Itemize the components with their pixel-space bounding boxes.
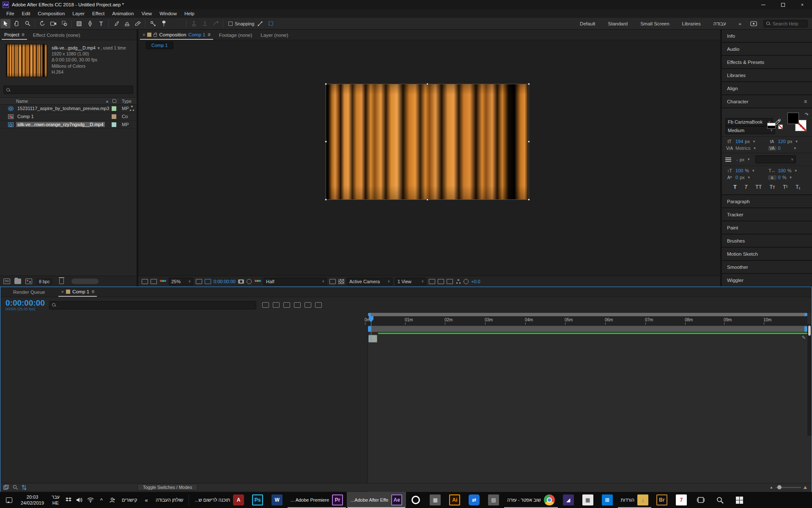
flowchart-icon[interactable] xyxy=(456,279,461,284)
font-size-value[interactable]: 194 xyxy=(735,139,743,144)
time-ruler[interactable]: 0m 01m 02m 03m 04m 05m 06m 07m 08m 09m 1… xyxy=(368,316,807,325)
workspace-overflow-chevrons[interactable]: » xyxy=(733,21,747,26)
project-footer-scrollbar[interactable] xyxy=(71,279,99,284)
taskbar-search[interactable] xyxy=(710,492,730,508)
tab-timeline-comp[interactable]: × Comp 1 ≡ xyxy=(57,287,99,297)
panel-menu-icon[interactable]: ≡ xyxy=(208,32,211,38)
workspace-default[interactable]: Default xyxy=(574,21,601,26)
panel-menu-icon[interactable]: ≡ xyxy=(804,99,807,105)
playhead[interactable] xyxy=(369,316,373,342)
hand-tool[interactable] xyxy=(11,19,22,28)
tsume-value[interactable]: 0 xyxy=(778,175,781,180)
panel-align[interactable]: Align xyxy=(722,82,812,94)
menu-animation[interactable]: Animation xyxy=(108,11,137,16)
camera-tool[interactable] xyxy=(48,19,58,28)
maximize-button[interactable] xyxy=(773,0,793,9)
taskbar-word[interactable]: W xyxy=(267,492,287,508)
tab-composition[interactable]: × Composition Comp 1 ≡ xyxy=(138,30,215,40)
tracking-value[interactable]: 0 xyxy=(778,146,781,151)
selection-handle[interactable] xyxy=(325,199,327,201)
composition-image[interactable] xyxy=(326,84,529,199)
taskbar-teamviewer[interactable]: ⇄ xyxy=(464,492,484,508)
toggle-switches-modes-button[interactable]: Toggle Switches / Modes xyxy=(137,484,198,491)
caret-icon[interactable]: ▼ xyxy=(793,146,797,150)
hide-shy-layers-icon[interactable] xyxy=(283,302,290,308)
taskbar-after-effects-window[interactable]: ...Adobe After Effe Ae xyxy=(347,492,406,508)
footage-name-caret[interactable]: ▼ xyxy=(97,46,101,50)
composition-stage[interactable] xyxy=(138,50,720,276)
label-chip[interactable] xyxy=(112,122,116,127)
pixel-aspect-icon[interactable] xyxy=(429,279,435,284)
show-snapshot-icon[interactable] xyxy=(247,279,252,284)
faux-italic-button[interactable]: T xyxy=(744,184,747,190)
footage-name[interactable]: silk-ve...gsdg__D.mp4 xyxy=(52,45,96,50)
leading-value[interactable]: 120 xyxy=(778,139,786,144)
menu-composition[interactable]: Composition xyxy=(34,11,69,16)
scrollbar-thumb[interactable] xyxy=(808,325,811,336)
project-item-video[interactable]: silk-ve...rown-orange_rzy7ngsdg__D.mp4 M… xyxy=(0,121,137,129)
stroke-style-dropdown[interactable]: ∨ xyxy=(755,155,796,163)
selection-handle[interactable] xyxy=(426,83,428,85)
menu-help[interactable]: Help xyxy=(181,11,198,16)
caret-icon[interactable]: ▼ xyxy=(752,169,755,173)
zoom-out-icon[interactable] xyxy=(770,486,773,489)
magnification-dropdown[interactable]: 25%∨ xyxy=(169,278,193,285)
region-of-interest-icon[interactable] xyxy=(205,279,211,284)
composition-mini-flowchart-icon[interactable] xyxy=(262,302,269,308)
taskbar-clock[interactable]: 20:03 24/02/2019 xyxy=(16,492,48,508)
current-time-display[interactable]: 0:00:00:00 00000 (25.00 fps) xyxy=(0,299,49,311)
footage-thumbnail[interactable] xyxy=(6,44,47,77)
help-search-field[interactable] xyxy=(763,20,808,28)
transfer-controls-icon[interactable] xyxy=(22,485,27,490)
navigator-end-handle[interactable] xyxy=(804,313,807,316)
menu-edit[interactable]: Edit xyxy=(18,11,34,16)
panel-info[interactable]: Info xyxy=(722,30,812,42)
close-button[interactable]: × xyxy=(793,0,812,9)
work-area-end-handle[interactable] xyxy=(804,326,807,332)
exposure-value[interactable]: +0.0 xyxy=(471,279,480,284)
motion-blur-icon[interactable] xyxy=(304,302,311,308)
taskbar-store[interactable]: ⊞ xyxy=(598,492,617,508)
exposure-reset-icon[interactable] xyxy=(464,279,469,284)
label-chip[interactable] xyxy=(112,106,116,111)
brush-tool[interactable] xyxy=(111,19,121,28)
menu-effect[interactable]: Effect xyxy=(88,11,108,16)
timeline-button-icon[interactable] xyxy=(447,279,453,284)
world-axis-mode[interactable] xyxy=(200,19,210,28)
panel-libraries[interactable]: Libraries xyxy=(722,69,812,81)
comp-marker-button[interactable]: ✎ xyxy=(802,335,806,340)
small-caps-button[interactable]: Tᴛ xyxy=(770,184,775,190)
minimize-button[interactable] xyxy=(754,0,773,9)
taskbar-calculator[interactable]: ▦ xyxy=(578,492,598,508)
tab-effect-controls[interactable]: Effect Controls (none) xyxy=(29,31,85,40)
people-tray-icon[interactable] xyxy=(107,492,118,508)
lock-icon[interactable] xyxy=(154,34,157,37)
panel-paint[interactable]: Paint xyxy=(722,221,812,234)
zoom-slider[interactable] xyxy=(776,487,801,488)
breadcrumb-comp-button[interactable]: Comp 1 xyxy=(146,41,173,49)
baseline-shift-value[interactable]: 0 xyxy=(735,175,738,180)
time-navigator[interactable] xyxy=(368,313,807,316)
column-type[interactable]: Type xyxy=(120,99,137,104)
new-composition-button[interactable] xyxy=(25,279,32,284)
taskbar-illustrator[interactable]: Ai xyxy=(445,492,464,508)
viewer-timecode[interactable]: 0:00:00:00 xyxy=(214,279,236,284)
taskbar-bridge[interactable]: Br xyxy=(652,492,672,508)
panel-motion-sketch[interactable]: Motion Sketch xyxy=(722,248,812,260)
menu-window[interactable]: Window xyxy=(156,11,181,16)
project-bit-depth-button[interactable]: 8 bpc xyxy=(36,278,52,285)
navigator-start-handle[interactable] xyxy=(368,313,371,316)
local-axis-mode[interactable] xyxy=(189,19,199,28)
caret-icon[interactable]: ▼ xyxy=(789,176,792,179)
puppet-pin-tool[interactable] xyxy=(159,19,169,28)
wifi-tray-icon[interactable] xyxy=(85,492,96,508)
show-channel-icon[interactable] xyxy=(254,279,261,284)
panel-menu-icon[interactable]: ≡ xyxy=(22,32,25,38)
start-button[interactable] xyxy=(730,492,749,508)
selection-handle[interactable] xyxy=(528,141,530,143)
zoom-tool[interactable] xyxy=(22,19,33,28)
caret-icon[interactable]: ▼ xyxy=(747,176,751,179)
kerning-value[interactable]: Metrics xyxy=(735,146,750,151)
expand-layers-icon[interactable] xyxy=(3,485,9,490)
no-color-swatch[interactable] xyxy=(778,124,783,129)
